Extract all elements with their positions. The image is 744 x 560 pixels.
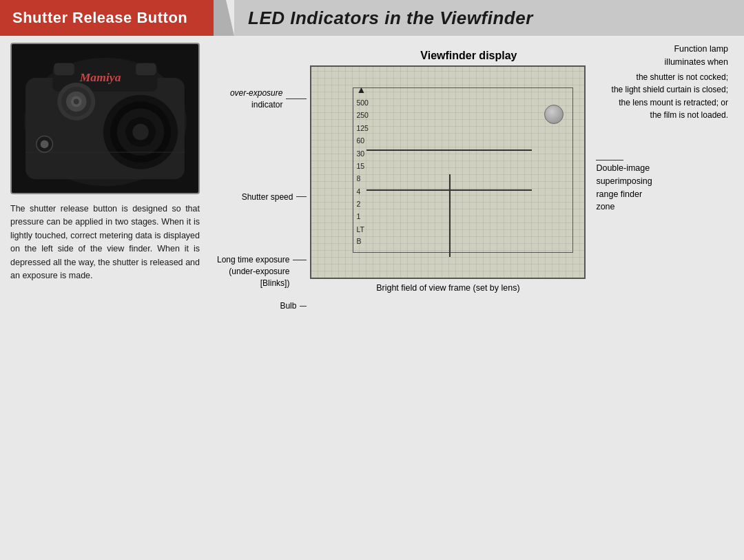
lt-line xyxy=(293,260,307,260)
speed-60: 60 xyxy=(356,134,369,147)
speed-1: 1 xyxy=(356,210,369,222)
bright-field-label: Bright field of view frame (set by lens) xyxy=(310,283,586,293)
b-label: B xyxy=(356,237,369,245)
camera-photo: Mamiya xyxy=(10,43,200,194)
double-image-sub2: range finder xyxy=(596,188,652,201)
svg-rect-16 xyxy=(136,63,156,75)
svg-point-19 xyxy=(41,140,49,148)
header-divider xyxy=(214,0,234,36)
speed-250: 250 xyxy=(356,109,369,121)
viewfinder-container: Viewfinder display ▲ 500 250 125 60 xyxy=(310,50,586,312)
shutter-speed-label: Shutter speed xyxy=(242,191,293,203)
viewfinder-wrapper: over-exposure indicator Shutter speed Lo… xyxy=(217,50,734,312)
led-indicators-title: LED Indicators in the Viewfinder xyxy=(248,8,533,29)
double-image-block: Double-image superimposing range finder … xyxy=(596,160,652,312)
bulb-line xyxy=(300,306,307,307)
speed-500: 500 xyxy=(356,96,369,109)
over-exp-line xyxy=(286,98,307,99)
viewfinder-left-labels: over-exposure indicator Shutter speed Lo… xyxy=(217,87,307,312)
double-image-sub1: superimposing xyxy=(596,175,652,188)
over-exp-arrow: ▲ xyxy=(356,84,369,95)
viewfinder-box: ▲ 500 250 125 60 30 15 8 4 2 1 xyxy=(310,65,586,279)
right-column: Function lamp illuminates when the shutt… xyxy=(217,43,734,560)
svg-point-13 xyxy=(132,124,149,141)
shutter-release-title: Shutter Release Button xyxy=(12,9,187,27)
svg-text:Mamiya: Mamiya xyxy=(79,70,121,84)
header-left-section: Shutter Release Button xyxy=(0,0,214,36)
left-column: Mamiya The shutter release button is des… xyxy=(10,43,210,560)
shutter-speed-label-row: Shutter speed xyxy=(217,191,307,203)
viewfinder-display-label: Viewfinder display xyxy=(351,50,586,62)
page-header: Shutter Release Button LED Indicators in… xyxy=(0,0,744,36)
main-content: Mamiya The shutter release button is des… xyxy=(0,36,744,560)
double-image-line xyxy=(596,160,623,160)
long-time-sub2: [Blinks]) xyxy=(217,278,289,289)
bulb-label: Bulb xyxy=(280,300,296,312)
double-image-sub3: zone xyxy=(596,200,652,214)
lt-label: LT xyxy=(356,225,369,234)
speed-125: 125 xyxy=(356,122,369,134)
header-right-section: LED Indicators in the Viewfinder xyxy=(234,0,744,36)
indicator-label: indicator xyxy=(230,99,283,111)
long-time-label: Long time exposure xyxy=(217,254,289,266)
svg-rect-15 xyxy=(54,63,74,75)
over-exposure-label: over-exposure xyxy=(230,87,283,99)
long-time-label-group: Long time exposure (under-exposure [Blin… xyxy=(217,254,307,311)
svg-point-8 xyxy=(74,99,79,105)
over-exposure-label-row: over-exposure indicator xyxy=(217,87,307,111)
double-image-label: Double-image xyxy=(596,162,652,175)
camera-description: The shutter release button is designed s… xyxy=(10,203,200,282)
shutter-speed-line xyxy=(296,196,307,197)
vertical-line xyxy=(449,174,451,257)
speed-2: 2 xyxy=(356,198,369,210)
long-time-sub: (under-exposure xyxy=(217,266,289,278)
